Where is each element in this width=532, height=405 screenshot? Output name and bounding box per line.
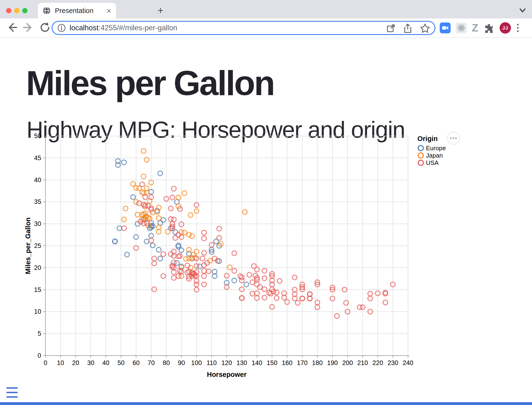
data-point[interactable] [152,256,157,261]
x-tick-label: 80 [163,359,170,366]
data-point[interactable] [140,182,145,187]
y-tick-label: 10 [34,308,41,315]
data-point[interactable] [206,269,211,274]
x-tick-label: 130 [236,359,247,366]
data-point[interactable] [277,278,282,283]
data-point[interactable] [158,171,163,176]
data-point[interactable] [217,226,222,231]
data-point[interactable] [182,230,187,235]
data-point[interactable] [217,236,222,240]
data-point[interactable] [158,256,163,261]
data-point[interactable] [157,216,161,221]
chart-legend: OriginEuropeJapanUSA [417,135,446,166]
data-point[interactable] [113,239,117,244]
data-point[interactable] [202,282,206,287]
data-point[interactable] [200,256,205,261]
data-point[interactable] [250,280,255,285]
data-point[interactable] [171,186,176,191]
data-point[interactable] [141,148,146,153]
data-point[interactable] [368,296,373,301]
data-point[interactable] [262,276,267,281]
data-point[interactable] [182,191,187,196]
data-point[interactable] [232,278,237,283]
x-axis-title: Horsepower [207,371,247,378]
y-tick-label: 35 [34,198,41,205]
data-point[interactable] [250,291,255,296]
data-point[interactable] [125,252,130,257]
x-tick-label: 40 [102,359,109,366]
slide-progress-bar[interactable] [0,402,532,405]
data-point[interactable] [262,287,267,292]
x-tick-label: 190 [327,359,338,366]
data-point[interactable] [170,195,175,200]
data-point[interactable] [383,300,388,305]
data-point[interactable] [368,291,373,296]
data-point[interactable] [144,239,149,244]
x-tick-label: 50 [117,359,124,366]
chart-gridlines [45,136,408,356]
data-point[interactable] [262,269,267,273]
data-point[interactable] [274,290,279,295]
x-tick-label: 180 [312,359,323,366]
data-point[interactable] [202,230,206,235]
data-point[interactable] [131,195,135,199]
legend-swatch-usa [418,160,423,165]
legend-label-europe[interactable]: Europe [426,145,446,152]
data-point[interactable] [274,296,279,300]
x-tick-label: 110 [207,359,217,366]
data-point[interactable] [227,265,232,270]
legend-label-usa[interactable]: USA [426,159,439,166]
y-axis-title: Miles_per_Gallon [24,217,32,274]
data-point[interactable] [169,206,173,211]
y-tick-label: 40 [34,176,41,183]
y-tick-label: 15 [34,286,41,293]
data-point[interactable] [157,247,161,252]
y-tick-label: 5 [38,330,41,337]
x-tick-label: 30 [87,359,94,366]
data-point[interactable] [188,213,193,217]
data-point[interactable] [335,314,339,318]
data-point[interactable] [171,275,176,280]
data-point[interactable] [173,236,178,240]
series-japan [122,148,247,278]
x-tick-label: 60 [133,359,140,366]
y-tick-label: 50 [34,133,41,140]
data-point[interactable] [161,252,166,256]
data-point[interactable] [232,269,237,273]
chart-points [113,148,396,318]
data-point[interactable] [141,174,146,179]
legend-label-japan[interactable]: Japan [426,152,443,159]
data-point[interactable] [123,206,128,211]
data-point[interactable] [161,274,166,278]
y-tick-label: 20 [34,264,41,271]
data-point[interactable] [176,195,181,200]
chart-axes: 0102030405060708090100110120130140150160… [24,133,413,378]
data-point[interactable] [122,226,126,231]
data-point[interactable] [122,160,126,165]
data-point[interactable] [152,261,157,266]
data-point[interactable] [247,272,252,277]
data-point[interactable] [292,275,297,280]
data-point[interactable] [258,285,262,289]
scatter-chart: 0102030405060708090100110120130140150160… [0,0,532,405]
data-point[interactable] [295,300,300,305]
legend-swatch-japan [418,153,423,158]
data-point[interactable] [243,209,247,214]
x-tick-label: 150 [267,359,277,366]
data-point[interactable] [152,287,157,292]
data-point[interactable] [232,251,237,256]
chart-actions-button[interactable] [447,132,460,144]
x-tick-label: 240 [402,359,413,366]
data-point[interactable] [122,217,126,222]
x-tick-label: 200 [342,359,353,366]
data-point[interactable] [202,250,206,255]
data-point[interactable] [202,274,206,278]
data-point[interactable] [202,236,206,241]
x-tick-label: 0 [44,359,47,366]
data-point[interactable] [202,269,206,273]
data-point[interactable] [176,274,181,278]
y-tick-label: 45 [34,155,41,162]
data-point[interactable] [262,295,267,300]
y-tick-label: 0 [38,352,41,359]
data-point[interactable] [244,282,249,287]
